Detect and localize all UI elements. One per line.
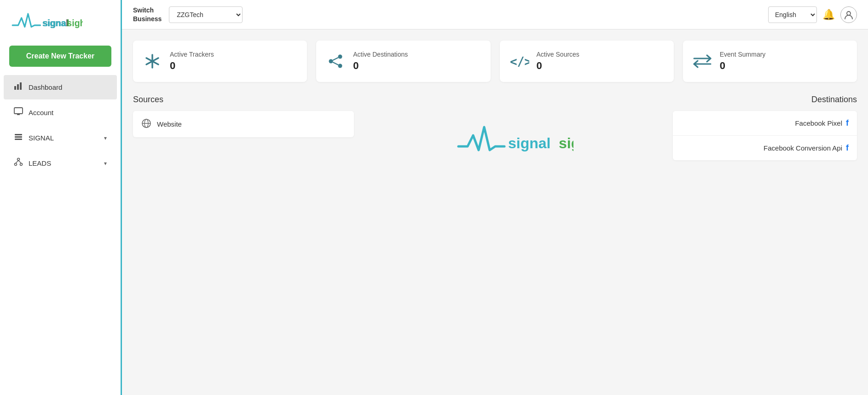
svg-line-27 xyxy=(333,58,338,60)
stat-label-trackers: Active Trackers xyxy=(170,51,214,58)
stat-card-active-sources: </> Active Sources 0 xyxy=(500,41,674,82)
dest-item-facebook-conversion[interactable]: Facebook Conversion Api f xyxy=(673,136,857,160)
center-logo: signal sight xyxy=(363,95,664,160)
sidebar-nav: Dashboard Account SIGNAL ▾ LEADS ▾ xyxy=(0,74,121,176)
stat-label-destinations: Active Destinations xyxy=(353,51,408,58)
svg-point-15 xyxy=(17,158,20,161)
source-list: Website xyxy=(133,111,354,137)
asterisk-icon xyxy=(142,51,162,71)
svg-point-24 xyxy=(338,55,342,59)
svg-text:signa: signa xyxy=(42,18,66,28)
stat-value-trackers: 0 xyxy=(170,60,214,72)
create-new-tracker-button[interactable]: Create New Tracker xyxy=(9,46,111,67)
layers-icon xyxy=(14,132,23,144)
content-area: Active Trackers 0 Active Destinatio xyxy=(122,29,868,395)
stat-label-event-summary: Event Summary xyxy=(720,51,766,58)
language-select[interactable]: English xyxy=(768,6,817,23)
svg-rect-12 xyxy=(15,134,22,135)
business-select[interactable]: ZZGTech xyxy=(169,6,243,23)
sidebar-item-leads[interactable]: LEADS ▾ xyxy=(4,151,117,175)
stats-row: Active Trackers 0 Active Destinatio xyxy=(133,41,857,82)
monitor-icon xyxy=(14,107,23,118)
svg-text:sight: sight xyxy=(559,135,573,151)
svg-line-28 xyxy=(333,62,338,65)
center-brand-logo: signal sight xyxy=(454,122,573,159)
svg-point-25 xyxy=(338,64,342,68)
svg-rect-14 xyxy=(15,139,22,140)
stat-label-sources: Active Sources xyxy=(537,51,579,58)
sidebar-item-account-label: Account xyxy=(29,109,53,116)
dest-item-facebook-pixel[interactable]: Facebook Pixel f xyxy=(673,111,857,136)
svg-text:sight: sight xyxy=(67,18,83,28)
source-item-website-label: Website xyxy=(157,120,182,128)
sidebar-item-signal-label: SIGNAL xyxy=(29,134,54,142)
chevron-down-icon: ▾ xyxy=(104,135,107,141)
transfer-icon xyxy=(692,51,712,71)
svg-point-16 xyxy=(15,163,17,166)
user-avatar[interactable] xyxy=(840,6,857,23)
dest-item-facebook-pixel-label: Facebook Pixel xyxy=(795,119,842,127)
sidebar-item-signal[interactable]: SIGNAL ▾ xyxy=(4,126,117,150)
sidebar-item-leads-label: LEADS xyxy=(29,159,51,167)
bell-icon[interactable]: 🔔 xyxy=(822,9,835,21)
destinations-section: Destinations Facebook Pixel f Facebook C… xyxy=(673,95,857,160)
bottom-row: Sources Website signal xyxy=(133,95,857,160)
stat-card-active-destinations: Active Destinations 0 xyxy=(316,41,490,82)
stat-info-trackers: Active Trackers 0 xyxy=(170,51,214,72)
svg-text:</>: </> xyxy=(510,55,529,69)
sources-section: Sources Website xyxy=(133,95,354,160)
globe-icon xyxy=(141,118,151,130)
svg-rect-8 xyxy=(20,82,22,90)
stat-value-sources: 0 xyxy=(537,60,579,72)
stat-value-event-summary: 0 xyxy=(720,60,766,72)
svg-line-18 xyxy=(16,161,18,163)
bar-chart-icon xyxy=(14,81,23,93)
svg-text:signal: signal xyxy=(508,135,550,151)
dest-list: Facebook Pixel f Facebook Conversion Api… xyxy=(673,111,857,160)
switch-business-label: Switch Business xyxy=(133,6,162,23)
sidebar-item-dashboard-label: Dashboard xyxy=(29,83,62,91)
facebook-icon-conversion: f xyxy=(846,143,849,153)
sidebar-item-dashboard[interactable]: Dashboard xyxy=(4,75,117,99)
facebook-icon-pixel: f xyxy=(846,118,849,128)
svg-rect-6 xyxy=(14,86,16,90)
svg-line-19 xyxy=(18,161,21,163)
code-icon: </> xyxy=(509,51,529,71)
svg-rect-7 xyxy=(17,84,19,90)
stat-value-destinations: 0 xyxy=(353,60,408,72)
stat-info-destinations: Active Destinations 0 xyxy=(353,51,408,72)
source-item-website[interactable]: Website xyxy=(133,111,354,137)
logo-area: signal signal signal signa l sight xyxy=(0,0,121,42)
main-content: Switch Business ZZGTech English 🔔 xyxy=(122,0,868,395)
svg-point-17 xyxy=(20,163,23,166)
sidebar: signal signal signal signa l sight Creat… xyxy=(0,0,122,395)
hierarchy-icon xyxy=(14,157,23,169)
destinations-title: Destinations xyxy=(673,95,857,105)
share-icon xyxy=(325,51,346,71)
stat-card-event-summary: Event Summary 0 xyxy=(683,41,857,82)
chevron-down-icon-leads: ▾ xyxy=(104,160,107,167)
sources-title: Sources xyxy=(133,95,354,105)
stat-info-event-summary: Event Summary 0 xyxy=(720,51,766,72)
stat-card-active-trackers: Active Trackers 0 xyxy=(133,41,307,82)
sidebar-item-account[interactable]: Account xyxy=(4,100,117,125)
svg-point-20 xyxy=(847,12,851,15)
dest-item-facebook-conversion-label: Facebook Conversion Api xyxy=(764,144,842,152)
svg-rect-13 xyxy=(15,136,22,138)
logo-svg: signal signal signal signa l sight xyxy=(9,8,83,34)
header-right: English 🔔 xyxy=(768,6,857,23)
svg-rect-9 xyxy=(14,108,23,114)
stat-info-sources: Active Sources 0 xyxy=(537,51,579,72)
svg-point-26 xyxy=(329,59,333,64)
header: Switch Business ZZGTech English 🔔 xyxy=(122,0,868,29)
